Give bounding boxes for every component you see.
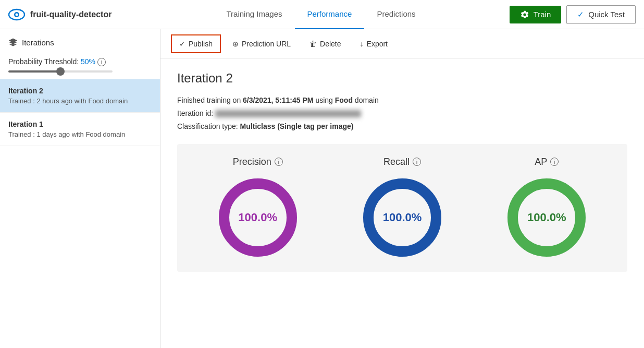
app-title: fruit-quality-detector — [30, 10, 112, 19]
tab-training-images[interactable]: Training Images — [214, 0, 295, 29]
iterations-header: Iterations — [0, 29, 160, 51]
publish-button[interactable]: ✓ Publish — [171, 34, 221, 53]
main-content: Iteration 2 Finished training on 6/3/202… — [160, 58, 644, 348]
publish-label: Publish — [189, 40, 213, 48]
eye-icon — [8, 6, 25, 23]
toolbar: ✓ Publish ⊕ Prediction URL 🗑 Delete ↓ Ex… — [160, 29, 644, 58]
probability-slider-container — [8, 70, 152, 73]
train-label: Train — [534, 10, 551, 19]
probability-value: 50% — [81, 57, 95, 66]
ap-card: AP i 100.0% — [475, 157, 619, 259]
training-date: 6/3/2021, 5:11:45 PM — [243, 96, 313, 104]
ap-value: 100.0% — [527, 211, 566, 224]
precision-card: Precision i 100.0% — [185, 157, 330, 259]
training-domain: Food — [335, 96, 353, 104]
training-suffix: domain — [353, 96, 379, 104]
classification-label: Classification type: — [177, 122, 238, 130]
classification-value: Multiclass (Single tag per image) — [240, 122, 354, 130]
probability-slider[interactable] — [8, 70, 113, 73]
trash-icon: 🗑 — [309, 40, 317, 48]
recall-card: Recall i 100.0% — [330, 157, 474, 259]
training-using: using — [314, 96, 335, 104]
ap-info-icon[interactable]: i — [550, 158, 559, 166]
delete-button[interactable]: 🗑 Delete — [302, 35, 348, 52]
export-label: Export — [367, 40, 388, 48]
iteration-1-title: Iteration 1 — [8, 120, 152, 128]
train-button[interactable]: Train — [510, 6, 562, 23]
iteration-id-line: Iteration id: — [177, 107, 627, 120]
recall-value: 100.0% — [383, 211, 422, 224]
main-nav: Training Images Performance Predictions — [132, 0, 509, 29]
iteration-2-subtitle: Trained : 2 hours ago with Food domain — [8, 97, 152, 105]
iteration-id-label: Iteration id: — [177, 109, 213, 117]
iteration-title: Iteration 2 — [177, 71, 627, 86]
training-date-line: Finished training on 6/3/2021, 5:11:45 P… — [177, 94, 627, 107]
globe-icon: ⊕ — [232, 40, 239, 48]
checkmark-icon: ✓ — [577, 10, 584, 19]
layers-icon — [8, 38, 18, 47]
probability-info-icon[interactable]: i — [97, 58, 106, 66]
iteration-2-title: Iteration 2 — [8, 87, 152, 95]
app-logo: fruit-quality-detector — [8, 6, 112, 23]
iteration-id-value — [215, 110, 361, 117]
gear-icon — [520, 10, 529, 19]
prediction-url-label: Prediction URL — [242, 40, 291, 48]
export-button[interactable]: ↓ Export — [353, 35, 395, 52]
svg-point-2 — [16, 13, 18, 16]
classification-line: Classification type: Multiclass (Single … — [177, 120, 627, 133]
precision-donut: 100.0% — [216, 176, 300, 259]
recall-label: Recall i — [383, 157, 421, 167]
recall-info-icon[interactable]: i — [413, 158, 421, 166]
iterations-label: Iterations — [22, 38, 54, 47]
probability-section: Probability Threshold: 50% i — [0, 51, 160, 79]
quick-test-button[interactable]: ✓ Quick Test — [566, 5, 636, 24]
content-area: ✓ Publish ⊕ Prediction URL 🗑 Delete ↓ Ex… — [160, 29, 644, 348]
probability-label: Probability Threshold: 50% i — [8, 57, 152, 66]
recall-donut: 100.0% — [361, 176, 444, 259]
precision-label: Precision i — [233, 157, 283, 167]
precision-info-icon[interactable]: i — [275, 158, 283, 166]
download-icon: ↓ — [360, 40, 364, 48]
ap-label: AP i — [535, 157, 559, 167]
tab-predictions[interactable]: Predictions — [364, 0, 428, 29]
training-prefix: Finished training on — [177, 96, 243, 104]
iteration-1-item[interactable]: Iteration 1 Trained : 1 days ago with Fo… — [0, 113, 160, 146]
metrics-section: Precision i 100.0% Recall — [177, 144, 627, 272]
precision-value: 100.0% — [238, 211, 277, 224]
iteration-1-subtitle: Trained : 1 days ago with Food domain — [8, 130, 152, 138]
iteration-info: Finished training on 6/3/2021, 5:11:45 P… — [177, 94, 627, 134]
delete-label: Delete — [320, 40, 341, 48]
sidebar: Iterations Probability Threshold: 50% i … — [0, 29, 160, 348]
prediction-url-button[interactable]: ⊕ Prediction URL — [225, 35, 298, 52]
ap-donut: 100.0% — [505, 176, 588, 259]
header: fruit-quality-detector Training Images P… — [0, 0, 644, 29]
quick-test-label: Quick Test — [588, 10, 625, 19]
main-layout: Iterations Probability Threshold: 50% i … — [0, 29, 644, 348]
tab-performance[interactable]: Performance — [295, 0, 365, 29]
header-actions: Train ✓ Quick Test — [510, 5, 636, 24]
iteration-2-item[interactable]: Iteration 2 Trained : 2 hours ago with F… — [0, 79, 160, 113]
publish-check-icon: ✓ — [179, 40, 185, 48]
